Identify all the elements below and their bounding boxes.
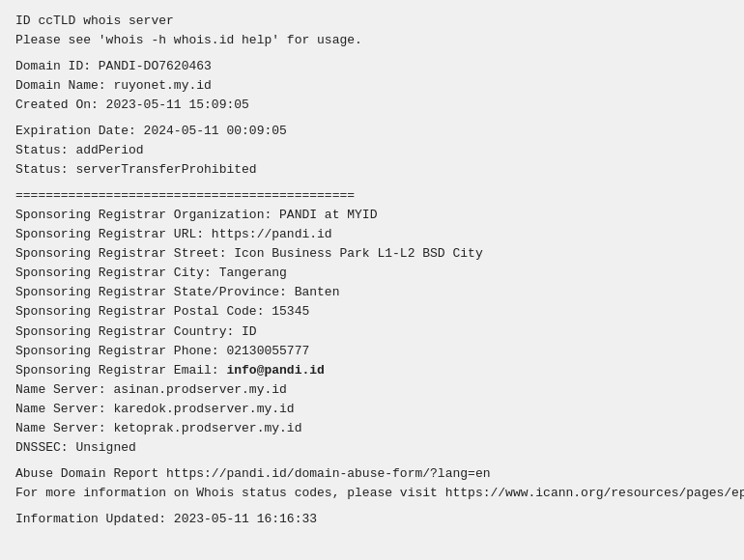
line-reg-email: Sponsoring Registrar Email: info@pandi.i… [15,361,729,380]
line-reg-city: Sponsoring Registrar City: Tangerang [15,264,729,283]
line-reg-url: Sponsoring Registrar URL: https://pandi.… [15,225,729,244]
line-reg-postal: Sponsoring Registrar Postal Code: 15345 [15,302,729,322]
whois-output: ID ccTLD whois server Please see 'whois … [0,0,744,560]
line-ns2: Name Server: karedok.prodserver.my.id [15,400,729,419]
line-status2: Status: serverTransferProhibited [15,160,729,180]
email-value: info@pandi.id [226,363,324,378]
line-divider: ========================================… [15,186,729,206]
line-header1: ID ccTLD whois server [15,12,729,31]
line-reg-state: Sponsoring Registrar State/Province: Ban… [15,283,729,302]
line-ns1: Name Server: asinan.prodserver.my.id [15,380,729,400]
line-reg-country: Sponsoring Registrar Country: ID [15,322,729,342]
line-ns3: Name Server: ketoprak.prodserver.my.id [15,419,729,438]
line-moreinfo: For more information on Whois status cod… [15,484,729,503]
line-status1: Status: addPeriod [15,141,729,160]
line-reg-org: Sponsoring Registrar Organization: PANDI… [15,206,729,225]
line-dnssec: DNSSEC: Unsigned [15,438,729,458]
line-header2: Please see 'whois -h whois.id help' for … [15,31,729,50]
line-reg-street: Sponsoring Registrar Street: Icon Busine… [15,244,729,264]
line-reg-phone: Sponsoring Registrar Phone: 02130055777 [15,342,729,361]
line-domain-name: Domain Name: ruyonet.my.id [15,76,729,96]
line-domain-id: Domain ID: PANDI-DO7620463 [15,57,729,76]
line-updated: Information Updated: 2023-05-11 16:16:33 [15,510,729,529]
line-expiration: Expiration Date: 2024-05-11 00:09:05 [15,122,729,141]
line-created-on: Created On: 2023-05-11 15:09:05 [15,96,729,115]
line-abuse: Abuse Domain Report https://pandi.id/dom… [15,464,729,484]
